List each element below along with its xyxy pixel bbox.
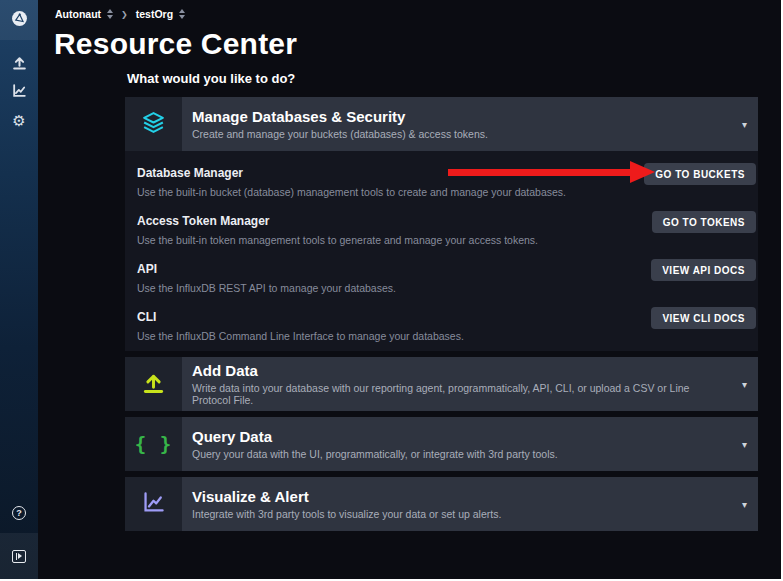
card-header-visualize-alert[interactable]: Visualize & Alert Integrate with 3rd par… bbox=[125, 477, 758, 531]
view-cli-docs-button[interactable]: VIEW CLI DOCS bbox=[651, 307, 756, 329]
card-title: Query Data bbox=[192, 428, 758, 445]
breadcrumb: Autonaut ❯ testOrg bbox=[55, 8, 185, 20]
card-header-text: Manage Databases & Security Create and m… bbox=[182, 97, 758, 151]
upload-icon bbox=[11, 54, 28, 75]
sort-caret-icon bbox=[179, 9, 185, 19]
sidebar-item-load-data[interactable] bbox=[0, 50, 38, 78]
card-title: Manage Databases & Security bbox=[192, 108, 758, 125]
card-query-data: { } Query Data Query your data with the … bbox=[125, 417, 758, 471]
row-access-token-manager: Access Token Manager Use the built-in to… bbox=[125, 207, 758, 255]
sidebar-item-help[interactable]: ? bbox=[0, 493, 38, 533]
influxdb-logo-icon bbox=[11, 10, 28, 31]
sidebar-bottom: ? bbox=[0, 493, 38, 579]
row-description: Use the built-in token management tools … bbox=[137, 234, 758, 246]
card-header-text: Query Data Query your data with the UI, … bbox=[182, 417, 758, 471]
org-name: Autonaut bbox=[55, 8, 101, 20]
go-to-tokens-button[interactable]: GO TO TOKENS bbox=[652, 211, 756, 233]
influxdb-logo[interactable] bbox=[0, 0, 38, 40]
card-header-text: Visualize & Alert Integrate with 3rd par… bbox=[182, 477, 758, 531]
chevron-down-icon[interactable]: ▾ bbox=[742, 439, 747, 450]
row-database-manager: Database Manager Use the built-in bucket… bbox=[125, 159, 758, 207]
card-icon-cell bbox=[125, 477, 182, 531]
chart-icon bbox=[141, 490, 166, 519]
chevron-down-icon[interactable]: ▾ bbox=[742, 379, 747, 390]
help-icon: ? bbox=[12, 506, 26, 520]
card-header-add-data[interactable]: Add Data Write data into your database w… bbox=[125, 357, 758, 411]
card-visualize-alert: Visualize & Alert Integrate with 3rd par… bbox=[125, 477, 758, 531]
main-content: Autonaut ❯ testOrg Resource Center What … bbox=[38, 0, 781, 579]
row-description: Use the InfluxDB REST API to manage your… bbox=[137, 282, 758, 294]
card-description: Write data into your database with our r… bbox=[192, 382, 758, 406]
sidebar: ⚙ ? bbox=[0, 0, 38, 579]
card-title: Visualize & Alert bbox=[192, 488, 758, 505]
chevron-down-icon[interactable]: ▾ bbox=[742, 119, 747, 130]
graph-icon bbox=[11, 82, 28, 103]
card-add-data: Add Data Write data into your database w… bbox=[125, 357, 758, 411]
sidebar-nav: ⚙ bbox=[0, 40, 38, 134]
chevron-right-icon: ❯ bbox=[121, 10, 128, 19]
card-header-manage-databases[interactable]: Manage Databases & Security Create and m… bbox=[125, 97, 758, 151]
braces-icon: { } bbox=[135, 433, 172, 455]
row-description: Use the built-in bucket (database) manag… bbox=[137, 186, 758, 198]
card-description: Query your data with the UI, programmati… bbox=[192, 448, 758, 460]
sidebar-item-settings[interactable]: ⚙ bbox=[0, 106, 38, 134]
chevron-down-icon[interactable]: ▾ bbox=[742, 499, 747, 510]
card-header-query-data[interactable]: { } Query Data Query your data with the … bbox=[125, 417, 758, 471]
row-api: API Use the InfluxDB REST API to manage … bbox=[125, 255, 758, 303]
card-title: Add Data bbox=[192, 362, 758, 379]
go-to-buckets-button[interactable]: GO TO BUCKETS bbox=[644, 163, 756, 185]
version-toggle-icon bbox=[12, 550, 26, 563]
upload-icon bbox=[141, 370, 166, 399]
card-description: Create and manage your buckets (database… bbox=[192, 128, 758, 140]
sub-org-name: testOrg bbox=[136, 8, 173, 20]
card-icon-cell bbox=[125, 357, 182, 411]
sort-caret-icon bbox=[107, 9, 113, 19]
card-description: Integrate with 3rd party tools to visual… bbox=[192, 508, 758, 520]
sidebar-item-data-explorer[interactable] bbox=[0, 78, 38, 106]
org-picker[interactable]: Autonaut bbox=[55, 8, 113, 20]
card-header-text: Add Data Write data into your database w… bbox=[182, 357, 758, 411]
sub-org-picker[interactable]: testOrg bbox=[136, 8, 185, 20]
view-api-docs-button[interactable]: VIEW API DOCS bbox=[651, 259, 756, 281]
card-icon-cell bbox=[125, 97, 182, 151]
row-description: Use the InfluxDB Command Line Interface … bbox=[137, 330, 758, 342]
card-body-manage-databases: Database Manager Use the built-in bucket… bbox=[125, 151, 758, 351]
sidebar-item-version-toggle[interactable] bbox=[0, 533, 38, 579]
resource-cards: Manage Databases & Security Create and m… bbox=[125, 97, 758, 537]
card-icon-cell: { } bbox=[125, 417, 182, 471]
page-title: Resource Center bbox=[54, 27, 297, 61]
card-manage-databases-security: Manage Databases & Security Create and m… bbox=[125, 97, 758, 351]
page-prompt: What would you like to do? bbox=[127, 71, 295, 86]
layers-icon bbox=[140, 110, 167, 139]
gear-icon: ⚙ bbox=[12, 113, 25, 128]
row-cli: CLI Use the InfluxDB Command Line Interf… bbox=[125, 303, 758, 351]
app-window: ⚙ ? Autonaut ❯ testOrg bbox=[0, 0, 783, 581]
